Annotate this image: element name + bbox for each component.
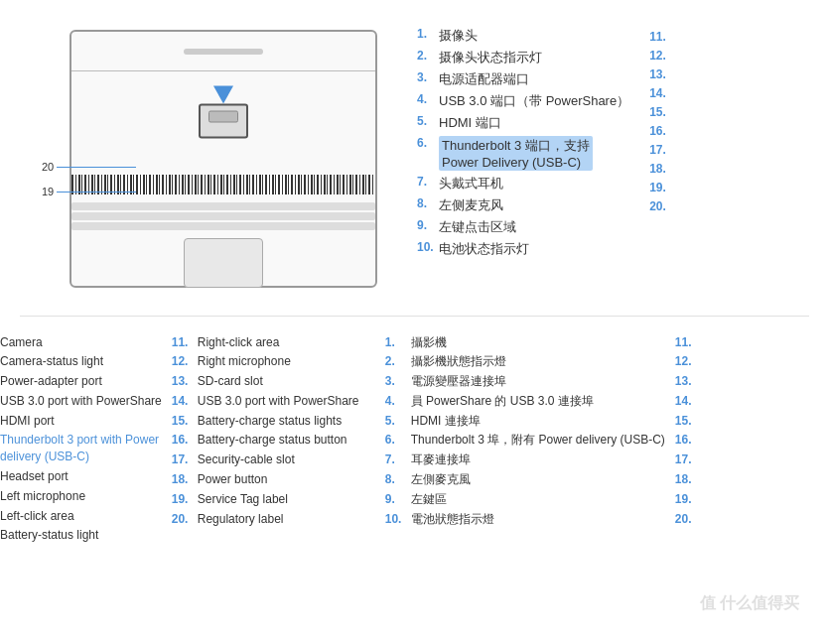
zh-r1-item-1: 1.攝影機	[385, 332, 665, 352]
en-item-20: 20.Regulatory label	[172, 509, 365, 529]
zh-text-4: USB 3.0 端口（带 PowerShare）	[439, 92, 629, 110]
en-item-13: 13.SD-card slot	[172, 372, 365, 392]
top-right-list: 1. 摄像头 2. 摄像头状态指示灯 3. 电源适配器端口 4. USB 3.0…	[417, 20, 809, 298]
zh-left-item-2: Camera-status light	[0, 352, 162, 372]
diagram-area: 20 19	[20, 20, 397, 298]
zh-r1-item-6: 6.Thunderbolt 3 埠，附有 Power delivery (USB…	[385, 431, 665, 451]
zh-left-item-10: Battery-status light	[0, 526, 162, 546]
en-item-18: 18.Power button	[172, 470, 365, 490]
key-row	[71, 212, 375, 220]
zh-r2-item-15: 15.	[675, 411, 705, 431]
zh-num-4: 4.	[417, 92, 435, 110]
zh-left-item-5: HDMI port	[0, 411, 162, 431]
en-item-19: 19.Service Tag label	[172, 489, 365, 509]
zh-num-r-20: 20.	[649, 199, 666, 213]
zh-item-7: 7. 头戴式耳机	[417, 173, 629, 194]
zh-left-item-7: Headset port	[0, 467, 162, 487]
zh-left-item-8: Left microphone	[0, 486, 162, 506]
laptop-top	[71, 32, 375, 71]
bottom-zh-left: Camera Camera-status light Power-adapter…	[0, 332, 162, 546]
zh-text-6: Thunderbolt 3 端口，支持Power Delivery (USB-C…	[439, 136, 593, 171]
zh-num-r-19: 19.	[649, 181, 666, 194]
zh-r2-item-11: 11.	[675, 332, 705, 352]
zh-r2-item-18: 18.	[675, 470, 705, 490]
watermark: 值 什么值得买	[700, 593, 799, 614]
zh-r2-item-20: 20.	[675, 509, 705, 529]
bottom-section: Camera Camera-status light Power-adapter…	[0, 324, 829, 556]
trackpad	[184, 238, 263, 288]
zh-item-9: 9. 左键点击区域	[417, 216, 629, 238]
zh-r2-item-13: 13.	[675, 372, 705, 392]
zh-r1-item-10: 10.電池狀態指示燈	[385, 509, 665, 529]
zh-text-2: 摄像头状态指示灯	[439, 49, 542, 66]
zh-left-item-1: Camera	[0, 332, 162, 352]
zh-r1-item-4: 4.員 PowerShare 的 USB 3.0 連接埠	[385, 391, 665, 411]
zh-item-1: 1. 摄像头	[417, 25, 629, 47]
label-20: 20	[42, 161, 136, 173]
zh-left-item-6: Thunderbolt 3 port with Powerdelivery (U…	[0, 431, 162, 467]
zh-item-8: 8. 左侧麦克风	[417, 194, 629, 216]
en-item-11: 11.Right-click area	[172, 332, 365, 352]
zh-r1-item-2: 2.攝影機狀態指示燈	[385, 352, 665, 372]
zh-num-10: 10.	[417, 240, 435, 258]
label-19-num: 19	[42, 186, 54, 197]
key-row	[71, 222, 375, 230]
en-item-17: 17.Security-cable slot	[172, 451, 365, 470]
zh-num-r-13: 13.	[649, 67, 666, 81]
zh-r2-item-19: 19.	[675, 489, 705, 509]
zh-r1-item-9: 9.左鍵區	[385, 489, 665, 509]
zh-item-2: 2. 摄像头状态指示灯	[417, 47, 629, 68]
zh-right1-list: 1.攝影機 2.攝影機狀態指示燈 3.電源變壓器連接埠 4.員 PowerSha…	[385, 332, 665, 529]
en-item-15: 15.Battery-charge status lights	[172, 411, 365, 431]
zh-num-1: 1.	[417, 27, 435, 45]
zh-num-r-16: 16.	[649, 124, 666, 138]
zh-item-3: 3. 电源适配器端口	[417, 68, 629, 90]
zh-num-2: 2.	[417, 49, 435, 66]
zh-list-col2: 11. 12. 13. 14. 15. 16. 17. 18. 19. 20.	[649, 25, 666, 260]
zh-r1-item-5: 5.HDMI 連接埠	[385, 411, 665, 431]
zh-num-7: 7.	[417, 175, 435, 193]
bottom-zh-right1: 1.攝影機 2.攝影機狀態指示燈 3.電源變壓器連接埠 4.員 PowerSha…	[375, 332, 665, 546]
usb-device	[199, 104, 248, 139]
zh-num-5: 5.	[417, 114, 435, 132]
zh-num-r-18: 18.	[649, 162, 666, 176]
zh-text-5: HDMI 端口	[439, 114, 501, 132]
bottom-zh-right2: 11. 12. 13. 14. 15. 16. 17. 18. 19. 20.	[675, 332, 705, 546]
zh-num-r-17: 17.	[649, 143, 666, 157]
zh-item-10: 10. 电池状态指示灯	[417, 238, 629, 260]
label-19-line	[57, 192, 136, 193]
usb-box	[199, 104, 248, 139]
en-item-16: 16.Battery-charge status button	[172, 431, 365, 451]
zh-num-r-12: 12.	[649, 49, 666, 63]
zh-left-item-9: Left-click area	[0, 506, 162, 526]
label-20-line	[57, 167, 136, 168]
zh-num-8: 8.	[417, 196, 435, 214]
zh-right2-list: 11. 12. 13. 14. 15. 16. 17. 18. 19. 20.	[675, 332, 705, 529]
zh-left-list: Camera Camera-status light Power-adapter…	[0, 332, 162, 546]
zh-text-7: 头戴式耳机	[439, 175, 503, 193]
zh-left-item-3: Power-adapter port	[0, 372, 162, 392]
zh-num-3: 3.	[417, 70, 435, 88]
zh-r2-item-12: 12.	[675, 352, 705, 372]
zh-text-9: 左键点击区域	[439, 218, 516, 236]
usb-arrow	[213, 86, 233, 104]
zh-text-8: 左侧麦克风	[439, 196, 503, 214]
zh-r2-item-17: 17.	[675, 451, 705, 470]
zh-r1-item-7: 7.耳麥連接埠	[385, 451, 665, 470]
zh-r1-item-3: 3.電源變壓器連接埠	[385, 372, 665, 392]
key-row	[71, 202, 375, 210]
zh-text-10: 电池状态指示灯	[439, 240, 529, 258]
keyboard	[71, 198, 375, 234]
zh-num-r-11: 11.	[649, 30, 666, 44]
zh-num-6: 6.	[417, 136, 435, 171]
laptop-screen	[71, 71, 375, 171]
en-item-14: 14.USB 3.0 port with PowerShare	[172, 391, 365, 411]
zh-r2-item-14: 14.	[675, 391, 705, 411]
label-19: 19	[42, 186, 136, 197]
zh-text-1: 摄像头	[439, 27, 478, 45]
zh-item-4: 4. USB 3.0 端口（带 PowerShare）	[417, 90, 629, 112]
en-item-12: 12.Right microphone	[172, 352, 365, 372]
zh-num-r-15: 15.	[649, 105, 666, 119]
zh-text-3: 电源适配器端口	[439, 70, 529, 88]
zh-list-col1: 1. 摄像头 2. 摄像头状态指示灯 3. 电源适配器端口 4. USB 3.0…	[417, 25, 629, 260]
